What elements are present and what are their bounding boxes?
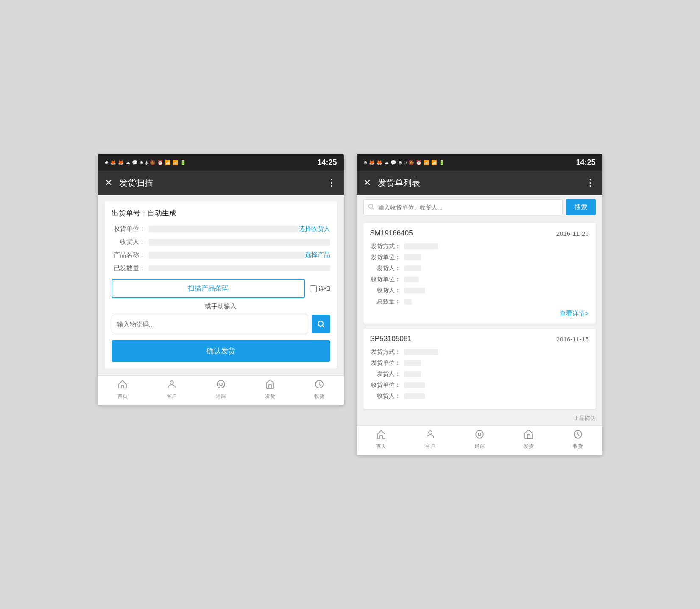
nav-receive-left[interactable]: 收货 (295, 379, 344, 403)
nav-track-right[interactable]: 追踪 (455, 429, 504, 453)
detail-row-shipper-1: 发货人： (370, 265, 589, 272)
status-icon-usb: ψ (145, 160, 148, 165)
detail-label-shipper-2: 发货人： (370, 370, 401, 378)
status-icon-battery: 🔋 (180, 160, 186, 165)
svg-point-11 (478, 433, 481, 436)
logistics-input-row (112, 315, 330, 333)
detail-label-ship-method-1: 发货方式： (370, 243, 401, 250)
order-date-2: 2016-11-15 (556, 335, 589, 343)
search-button[interactable]: 搜索 (566, 199, 596, 215)
svg-rect-12 (527, 435, 530, 438)
detail-value-recv-unit-1 (404, 277, 419, 282)
product-value (149, 252, 305, 259)
order-header-1: SM19166405 2016-11-29 (370, 229, 589, 237)
detail-label-receiver-2: 收货人： (370, 392, 401, 400)
confirm-ship-button[interactable]: 确认发货 (112, 340, 330, 362)
status-icon-wifi2-r: 📶 (424, 160, 429, 165)
logistics-input[interactable] (112, 315, 308, 333)
detail-value-ship-method-2 (404, 349, 438, 355)
search-bar: 搜索 (357, 195, 602, 220)
nav-customer-label-left: 客户 (167, 393, 177, 400)
detail-label-ship-unit-2: 发货单位： (370, 359, 401, 367)
status-bar-right: ⊕ 🦊 🦊 ☁ 💬 ⊕ ψ 🔕 ⏰ 📶 📶 🔋 14:25 (357, 154, 602, 171)
status-icon-alarm-r: ⏰ (416, 160, 422, 165)
track-icon-left (216, 379, 226, 391)
status-icon-uc1-r: 🦊 (369, 160, 375, 165)
nav-ship-left[interactable]: 发货 (245, 379, 295, 403)
nav-track-label-left: 追踪 (216, 393, 226, 400)
detail-link-1[interactable]: 查看详情> (560, 310, 589, 318)
receiver-label: 收货人： (112, 238, 145, 246)
status-icon-wifi-r: ⊕ (398, 160, 402, 165)
order-card-1: SM19166405 2016-11-29 发货方式： 发货单位： 发货人： 收… (363, 223, 596, 324)
status-icon-signal-r: 📶 (431, 160, 437, 165)
nav-home-right[interactable]: 首页 (357, 429, 406, 453)
select-product-link[interactable]: 选择产品 (305, 251, 330, 259)
nav-track-left[interactable]: 追踪 (196, 379, 245, 403)
detail-row-ship-method-1: 发货方式： (370, 243, 589, 250)
svg-line-8 (372, 208, 374, 209)
nav-customer-label-right: 客户 (425, 443, 435, 450)
nav-receive-label-right: 收货 (573, 443, 583, 450)
detail-row-shipper-2: 发货人： (370, 370, 589, 378)
search-icon (368, 203, 374, 212)
phones-container: ⊕ 🦊 🦊 ☁ 💬 ⊕ ψ 🔕 ⏰ 📶 📶 🔋 14:25 ✕ 发货扫描 ⋮ (98, 154, 602, 455)
close-button-left[interactable]: ✕ (105, 177, 112, 188)
search-input[interactable] (363, 199, 563, 215)
detail-value-shipper-2 (404, 371, 421, 377)
nav-receive-right[interactable]: 收货 (553, 429, 602, 453)
receiver-row: 收货人： (112, 238, 330, 246)
detail-label-ship-method-2: 发货方式： (370, 348, 401, 356)
svg-point-7 (368, 204, 372, 208)
order-id-1: SM19166405 (370, 229, 413, 237)
status-icon-mute-r: 🔕 (408, 160, 414, 165)
status-icons-left: ⊕ 🦊 🦊 ☁ 💬 ⊕ ψ 🔕 ⏰ 📶 📶 🔋 (105, 160, 187, 165)
detail-value-ship-unit-1 (404, 254, 421, 260)
content-left: 出货单号：自动生成 收货单位： 选择收货人 收货人： 产品名称： 选择产品 已发 (98, 195, 344, 375)
detail-value-ship-method-1 (404, 243, 438, 249)
watermark: 正品防伪 (357, 413, 602, 425)
svg-line-1 (322, 326, 324, 327)
order-list: SM19166405 2016-11-29 发货方式： 发货单位： 发货人： 收… (357, 220, 602, 413)
more-button-right[interactable]: ⋮ (586, 177, 596, 188)
nav-home-label-right: 首页 (376, 443, 386, 450)
quantity-value (149, 265, 330, 271)
logistics-search-button[interactable] (312, 315, 330, 333)
receiver-unit-value (149, 226, 298, 232)
select-receiver-link[interactable]: 选择收货人 (298, 225, 330, 233)
status-time-left: 14:25 (317, 158, 337, 167)
status-icon-usb-r: ψ (404, 160, 407, 165)
svg-rect-5 (269, 385, 271, 388)
detail-row-ship-unit-1: 发货单位： (370, 254, 589, 261)
detail-row-recv-unit-1: 收货单位： (370, 276, 589, 283)
nav-home-left[interactable]: 首页 (98, 379, 147, 403)
detail-label-ship-unit-1: 发货单位： (370, 254, 401, 261)
nav-ship-right[interactable]: 发货 (504, 429, 553, 453)
card-footer-1: 查看详情> (370, 310, 589, 318)
detail-row-ship-unit-2: 发货单位： (370, 359, 589, 367)
phone-left: ⊕ 🦊 🦊 ☁ 💬 ⊕ ψ 🔕 ⏰ 📶 📶 🔋 14:25 ✕ 发货扫描 ⋮ (98, 154, 344, 405)
bottom-nav-left: 首页 客户 追踪 (98, 375, 344, 405)
order-card-2: SP53105081 2016-11-15 发货方式： 发货单位： 发货人： 收… (363, 329, 596, 409)
toolbar-title-left: 发货扫描 (119, 177, 320, 189)
scan-row: 扫描产品条码 连扫 (112, 279, 330, 298)
order-date-1: 2016-11-29 (556, 230, 589, 237)
detail-row-receiver-1: 收货人： (370, 287, 589, 294)
continuous-scan-label[interactable]: 连扫 (310, 285, 330, 293)
status-time-right: 14:25 (576, 158, 595, 167)
status-icons-right: ⊕ 🦊 🦊 ☁ 💬 ⊕ ψ 🔕 ⏰ 📶 📶 🔋 (363, 160, 445, 165)
status-icon-wifi: ⊕ (139, 160, 143, 165)
toolbar-right: ✕ 发货单列表 ⋮ (357, 171, 602, 195)
detail-value-shipper-1 (404, 265, 421, 271)
nav-receive-label-left: 收货 (314, 393, 324, 400)
detail-label-recv-unit-2: 收货单位： (370, 381, 401, 389)
more-button-left[interactable]: ⋮ (327, 177, 337, 188)
continuous-scan-checkbox[interactable] (310, 285, 317, 292)
nav-customer-right[interactable]: 客户 (406, 429, 455, 453)
close-button-right[interactable]: ✕ (363, 177, 371, 188)
nav-customer-left[interactable]: 客户 (147, 379, 196, 403)
scan-barcode-button[interactable]: 扫描产品条码 (112, 279, 305, 298)
detail-value-recv-unit-2 (404, 382, 425, 388)
card-title: 出货单号：自动生成 (112, 208, 330, 218)
customer-icon-right (425, 429, 435, 441)
